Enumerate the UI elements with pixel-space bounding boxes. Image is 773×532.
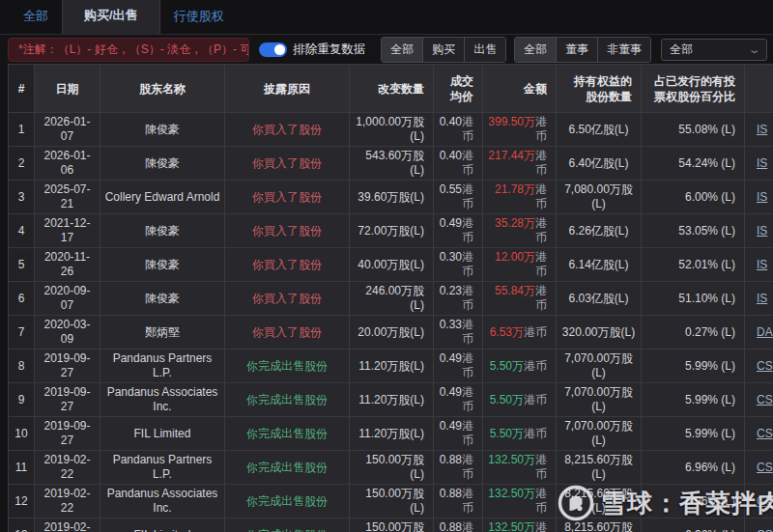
holding-cell: 7,070.00万股(L) [557,383,642,417]
change-cell: 246.00万股(L) [350,282,434,316]
table-row: 62020-09-07陳俊豪你買入了股份246.00万股(L)0.23港币55.… [9,282,773,316]
amount-cell: 5.50万港币 [483,350,557,383]
director-filter: 全部董事非董事 [514,37,651,63]
avg-price-cell: 0.40港币 [434,147,483,181]
form-type-link[interactable]: CS [749,494,773,508]
table-row: 92019-09-27Pandanus Associates Inc.你完成出售… [9,383,773,417]
row-index: 12 [9,485,35,518]
shareholder-cell: 陳俊豪 [100,147,225,181]
reason-cell: 你買入了股份 [225,113,350,147]
shareholder-cell: Pandanus Associates Inc. [100,383,225,417]
date-cell: 2019-02-22 [35,451,100,485]
row-index: 11 [9,451,35,485]
dedupe-toggle[interactable] [259,42,287,57]
date-cell: 2026-01-07 [35,113,100,147]
avg-price-cell: 0.49港币 [434,383,483,417]
row-index: 7 [9,316,35,350]
amount-cell: 399.50万港币 [483,113,557,147]
date-cell: 2019-02-22 [35,518,100,532]
reason-cell: 你買入了股份 [225,147,350,181]
table-row: 82019-09-27Pandanus Partners L.P.你完成出售股份… [9,350,773,383]
holding-cell: 7,070.00万股(L) [557,350,642,383]
amount-cell: 55.84万港币 [483,282,557,316]
date-cell: 2019-09-27 [35,417,100,451]
avg-price-cell: 0.33港币 [434,316,483,350]
header-form [745,65,773,113]
reason-cell: 你完成出售股份 [225,383,350,417]
filter-option[interactable]: 全部 [382,38,422,62]
shareholder-cell: 鄭炳堅 [100,316,225,350]
percent-cell: 54.24% (L) [642,147,745,181]
holding-cell: 6.26亿股(L) [557,214,642,248]
form-type-link[interactable]: CS [749,528,773,532]
header-holding: 持有权益的股份数量 [557,65,642,113]
reason-cell: 你完成出售股份 [225,451,350,485]
form-cell: IS [745,113,773,147]
holding-cell: 6.14亿股(L) [557,248,642,282]
shareholder-cell: 陳俊豪 [100,248,225,282]
form-type-link[interactable]: IS [749,258,767,271]
form-cell: IS [745,147,773,181]
shareholder-cell: Pandanus Partners L.P. [100,451,225,485]
table-body: 12026-01-07陳俊豪你買入了股份1,000.00万股(L)0.40港币3… [9,113,773,532]
filter-option[interactable]: 非董事 [597,38,650,62]
filter-option[interactable]: 董事 [556,38,597,62]
currency-unit: 港币 [524,393,547,406]
currency-unit: 港币 [462,385,473,413]
form-type-link[interactable]: IS [749,190,767,204]
amount-cell: 35.28万港币 [483,214,557,248]
avg-price-cell: 0.88港币 [434,485,483,518]
amount-cell: 132.50万港币 [483,451,557,485]
date-cell: 2020-09-07 [35,282,100,316]
amount-cell: 5.50万港币 [483,417,557,451]
avg-price-cell: 0.88港币 [434,451,483,485]
form-type-link[interactable]: CS [749,427,773,440]
holding-cell: 8,215.60万股(L) [557,518,642,532]
form-cell: IS [745,282,773,316]
header-reason: 披露原因 [225,65,350,113]
tab-exercise-rights[interactable]: 行使股权 [160,0,238,34]
header-shareholder: 股东名称 [100,65,225,113]
date-cell: 2020-11-26 [35,248,100,282]
form-type-link[interactable]: CS [749,393,773,406]
avg-price-cell: 0.49港币 [434,417,483,451]
shareholder-dropdown[interactable]: 全部 ⌄ [661,39,767,61]
form-type-link[interactable]: IS [749,224,767,238]
avg-price-cell: 0.40港币 [434,113,483,147]
holding-cell: 6.40亿股(L) [557,147,642,181]
form-type-link[interactable]: IS [749,292,767,305]
change-cell: 11.20万股(L) [350,417,434,451]
table-row: 132019-02-22FIL Limited你完成出售股份150.00万股(L… [9,518,773,532]
value-text: 5.50万 [490,359,524,373]
form-type-link[interactable]: DA [749,325,773,339]
filter-option[interactable]: 全部 [515,38,556,62]
currency-unit: 港币 [535,520,547,532]
percent-cell: 6.00% (L) [642,181,745,214]
table-row: 52020-11-26陳俊豪你買入了股份40.00万股(L)0.30港币12.0… [9,248,773,282]
date-cell: 2021-12-17 [35,214,100,248]
percent-cell: 6.96% (L) [642,518,745,532]
tab-all[interactable]: 全部 [10,0,62,34]
form-type-link[interactable]: IS [749,156,767,170]
chevron-down-icon: ⌄ [747,43,760,56]
tab-buy-sell[interactable]: 购买/出售 [62,0,160,34]
percent-cell: 5.99% (L) [642,350,745,383]
reason-cell: 你買入了股份 [225,214,350,248]
amount-cell: 132.50万港币 [483,485,557,518]
tab-bar: 全部 购买/出售 行使股权 [0,0,773,35]
currency-unit: 港币 [524,359,547,373]
filter-option[interactable]: 购买 [422,38,464,62]
form-type-link[interactable]: CS [749,359,773,373]
disclosure-table: # 日期 股东名称 披露原因 改变数量 成交均价 金额 持有权益的股份数量 占已… [8,64,773,532]
avg-price-cell: 0.49港币 [434,350,483,383]
table-row: 22026-01-06陳俊豪你買入了股份543.60万股(L)0.40港币217… [9,147,773,181]
reason-cell: 你買入了股份 [225,282,350,316]
table-header-row: # 日期 股东名称 披露原因 改变数量 成交均价 金额 持有权益的股份数量 占已… [9,65,773,113]
reason-cell: 你買入了股份 [225,248,350,282]
table-row: 112019-02-22Pandanus Partners L.P.你完成出售股… [9,451,773,485]
form-type-link[interactable]: IS [749,123,767,136]
amount-cell: 217.44万港币 [483,147,557,181]
form-type-link[interactable]: CS [749,461,773,474]
filter-option[interactable]: 出售 [464,38,505,62]
header-avg-price: 成交均价 [434,65,483,113]
